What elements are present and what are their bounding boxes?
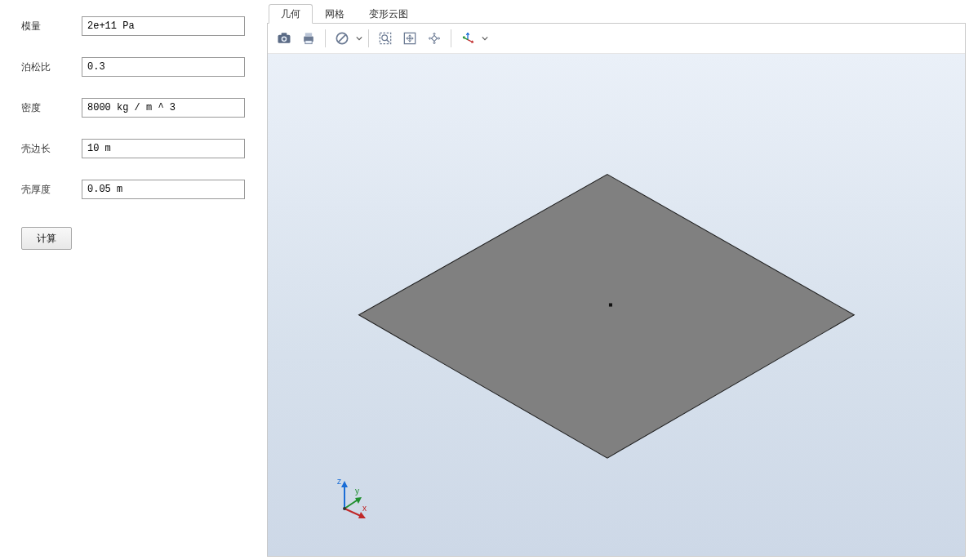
hide-button[interactable] (331, 27, 353, 50)
parameters-panel: 模量 泊松比 密度 壳边长 壳厚度 计算 (0, 0, 265, 560)
no-symbol-icon (334, 30, 350, 47)
origin-marker (609, 303, 612, 306)
3d-viewport[interactable]: z y x (268, 54, 965, 556)
label-thickness: 壳厚度 (0, 183, 82, 197)
toolbar-separator (451, 29, 451, 47)
zoom-extents-icon (426, 30, 442, 47)
svg-point-3 (282, 38, 286, 41)
form-row-poisson: 泊松比 (0, 56, 265, 78)
label-density: 密度 (0, 101, 82, 115)
chevron-down-icon (356, 33, 362, 44)
tab-body: z y x (267, 23, 966, 557)
tab-mesh[interactable]: 网格 (313, 4, 357, 24)
axes-view-icon (460, 30, 476, 47)
input-modulus[interactable] (82, 16, 245, 36)
svg-line-11 (387, 40, 389, 42)
input-edge-length[interactable] (82, 139, 245, 158)
toolbar-separator (325, 29, 326, 47)
input-density[interactable] (82, 98, 245, 118)
view-orientation-dropdown[interactable] (481, 27, 489, 50)
hide-dropdown[interactable] (355, 27, 363, 50)
axis-y-label: y (355, 487, 359, 496)
axis-x-label: x (362, 504, 367, 513)
svg-rect-6 (305, 41, 312, 44)
calculate-button[interactable]: 计算 (21, 227, 72, 250)
form-row-density: 密度 (0, 96, 265, 119)
input-thickness[interactable] (82, 180, 245, 199)
fit-view-button[interactable] (398, 27, 421, 50)
form-row-edge-length: 壳边长 (0, 137, 265, 160)
toolbar-separator (368, 29, 369, 47)
orientation-triad: z y x (328, 474, 377, 523)
view-orientation-button[interactable] (456, 27, 479, 50)
fit-view-icon (402, 30, 418, 47)
viewport-toolbar (268, 24, 965, 54)
visualization-panel: 几何 网格 变形云图 (265, 0, 969, 560)
form-row-modulus: 模量 (0, 15, 265, 38)
zoom-window-icon (377, 30, 393, 47)
label-modulus: 模量 (0, 20, 82, 33)
svg-marker-19 (341, 481, 348, 487)
camera-icon (276, 30, 292, 47)
form-row-thickness: 壳厚度 (0, 178, 265, 201)
svg-rect-1 (282, 33, 287, 35)
screenshot-button[interactable] (273, 27, 296, 50)
tab-deformation[interactable]: 变形云图 (357, 4, 420, 24)
svg-point-10 (382, 35, 388, 41)
svg-rect-5 (305, 33, 312, 36)
svg-line-8 (338, 34, 345, 42)
tab-geometry[interactable]: 几何 (269, 4, 313, 24)
print-icon (300, 30, 317, 47)
svg-rect-13 (431, 35, 437, 41)
input-poisson[interactable] (82, 57, 245, 77)
zoom-extents-button[interactable] (423, 27, 446, 50)
label-poisson: 泊松比 (0, 60, 82, 74)
label-edge-length: 壳边长 (0, 142, 82, 156)
print-button[interactable] (297, 27, 320, 50)
axis-z-label: z (337, 477, 341, 486)
view-tabs: 几何 网格 变形云图 (265, 2, 969, 23)
svg-point-24 (343, 507, 346, 510)
chevron-down-icon (482, 33, 488, 44)
zoom-window-button[interactable] (374, 27, 397, 50)
